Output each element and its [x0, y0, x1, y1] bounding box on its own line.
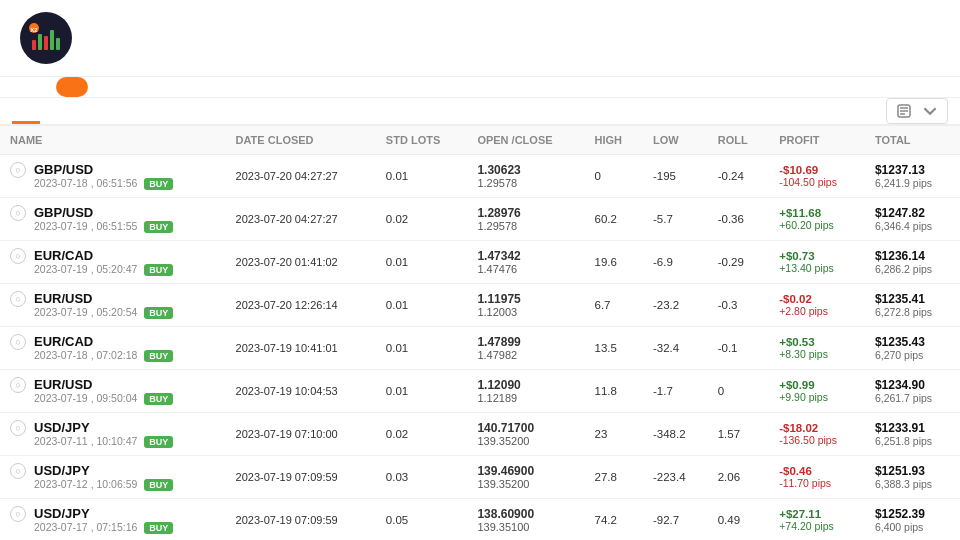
pair-open-date: 2023-07-18 , 07:02:18 BUY: [34, 349, 173, 362]
svg-rect-3: [44, 36, 48, 50]
cell-lots: 0.01: [376, 327, 468, 370]
nav-copiers[interactable]: [128, 77, 160, 97]
cell-profit: +$0.99+9.90 pips: [769, 370, 865, 413]
cell-name: ○ USD/JPY 2023-07-11 , 10:10:47 BUY: [0, 413, 226, 456]
row-expand-icon[interactable]: ○: [10, 162, 26, 178]
row-expand-icon[interactable]: ○: [10, 506, 26, 522]
cell-date-closed: 2023-07-20 04:27:27: [226, 198, 376, 241]
tab-trading-history[interactable]: [12, 101, 40, 124]
cell-date-closed: 2023-07-20 12:26:14: [226, 284, 376, 327]
total-pips: 6,272.8 pips: [875, 306, 932, 318]
profit-pips: +13.40 pips: [779, 262, 834, 274]
cell-name: ○ EUR/USD 2023-07-19 , 09:50:04 BUY: [0, 370, 226, 413]
pair-open-date: 2023-07-19 , 06:51:55 BUY: [34, 220, 173, 233]
col-header-low: LOW: [643, 126, 708, 155]
cell-date-closed: 2023-07-19 07:09:59: [226, 499, 376, 541]
direction-badge: BUY: [144, 307, 173, 319]
row-expand-icon[interactable]: ○: [10, 205, 26, 221]
cell-low: -92.7: [643, 499, 708, 541]
table-header: NameDate ClosedSTD LOTSOPEN /CLOSEHIGHLO…: [0, 126, 960, 155]
cell-open-close: 1.478991.47982: [467, 327, 584, 370]
pair-name: EUR/CAD: [34, 248, 173, 263]
profit-value: -$18.02: [779, 422, 818, 434]
row-expand-icon[interactable]: ○: [10, 377, 26, 393]
cell-roll: -0.36: [708, 198, 769, 241]
currency-pair-selector[interactable]: [886, 98, 948, 124]
cell-profit: +$0.53+8.30 pips: [769, 327, 865, 370]
table-row: ○ EUR/CAD 2023-07-19 , 05:20:47 BUY 2023…: [0, 241, 960, 284]
direction-badge: BUY: [144, 522, 173, 534]
cell-open-close: 1.473421.47476: [467, 241, 584, 284]
col-header-high: HIGH: [585, 126, 643, 155]
cell-lots: 0.01: [376, 284, 468, 327]
cell-low: -195: [643, 155, 708, 198]
profit-pips: +2.80 pips: [779, 305, 828, 317]
cell-profit: +$27.11+74.20 pips: [769, 499, 865, 541]
pair-name: GBP/USD: [34, 162, 173, 177]
cell-high: 74.2: [585, 499, 643, 541]
cell-date-closed: 2023-07-20 01:41:02: [226, 241, 376, 284]
pair-open-date: 2023-07-17 , 07:15:16 BUY: [34, 521, 173, 534]
cell-profit: +$11.68+60.20 pips: [769, 198, 865, 241]
header: X2: [0, 0, 960, 77]
total-pips: 6,400 pips: [875, 521, 923, 533]
row-expand-icon[interactable]: ○: [10, 463, 26, 479]
row-expand-icon[interactable]: ○: [10, 334, 26, 350]
total-pips: 6,251.8 pips: [875, 435, 932, 447]
cell-total: $1251.936,388.3 pips: [865, 456, 960, 499]
cell-lots: 0.05: [376, 499, 468, 541]
direction-badge: BUY: [144, 221, 173, 233]
cell-total: $1234.906,261.7 pips: [865, 370, 960, 413]
cell-lots: 0.01: [376, 370, 468, 413]
direction-badge: BUY: [144, 178, 173, 190]
row-expand-icon[interactable]: ○: [10, 420, 26, 436]
cell-low: -223.4: [643, 456, 708, 499]
cell-total: $1236.146,286.2 pips: [865, 241, 960, 284]
row-expand-icon[interactable]: ○: [10, 248, 26, 264]
cell-low: -6.9: [643, 241, 708, 284]
col-header-std_lots: STD LOTS: [376, 126, 468, 155]
cell-open-close: 138.60900139.35100: [467, 499, 584, 541]
cell-date-closed: 2023-07-19 07:09:59: [226, 456, 376, 499]
col-header-name: Name: [0, 126, 226, 155]
nav-advanced-stats[interactable]: [92, 77, 124, 97]
close-price: 1.12189: [477, 392, 517, 404]
cell-total: $1235.436,270 pips: [865, 327, 960, 370]
nav-portfolio[interactable]: [56, 77, 88, 97]
profit-pips: +74.20 pips: [779, 520, 834, 532]
pair-open-date: 2023-07-12 , 10:06:59 BUY: [34, 478, 173, 491]
total-pips: 6,241.9 pips: [875, 177, 932, 189]
direction-badge: BUY: [144, 479, 173, 491]
logo: X2: [20, 12, 72, 64]
profit-pips: +60.20 pips: [779, 219, 834, 231]
total-value: $1235.41: [875, 292, 925, 306]
cell-roll: 1.57: [708, 413, 769, 456]
cell-low: -32.4: [643, 327, 708, 370]
cell-lots: 0.03: [376, 456, 468, 499]
nav-overview[interactable]: [20, 77, 52, 97]
total-pips: 6,346.4 pips: [875, 220, 932, 232]
tab-open-positions[interactable]: [40, 101, 68, 124]
profit-value: +$0.73: [779, 250, 815, 262]
cell-low: -348.2: [643, 413, 708, 456]
pair-open-date: 2023-07-19 , 05:20:54 BUY: [34, 306, 173, 319]
cell-lots: 0.02: [376, 413, 468, 456]
profit-pips: +8.30 pips: [779, 348, 828, 360]
pair-open-date: 2023-07-11 , 10:10:47 BUY: [34, 435, 173, 448]
direction-badge: BUY: [144, 264, 173, 276]
row-expand-icon[interactable]: ○: [10, 291, 26, 307]
profit-value: +$0.99: [779, 379, 815, 391]
cell-name: ○ USD/JPY 2023-07-17 , 07:15:16 BUY: [0, 499, 226, 541]
col-header-profit: PROFIT: [769, 126, 865, 155]
tabs-bar: [0, 98, 960, 126]
cell-high: 0: [585, 155, 643, 198]
cell-name: ○ EUR/USD 2023-07-19 , 05:20:54 BUY: [0, 284, 226, 327]
cell-low: -5.7: [643, 198, 708, 241]
open-price: 139.46900: [477, 464, 534, 478]
cell-low: -1.7: [643, 370, 708, 413]
col-header-roll: ROLL: [708, 126, 769, 155]
trading-history-table: NameDate ClosedSTD LOTSOPEN /CLOSEHIGHLO…: [0, 126, 960, 540]
profit-value: -$0.02: [779, 293, 812, 305]
table-row: ○ EUR/CAD 2023-07-18 , 07:02:18 BUY 2023…: [0, 327, 960, 370]
svg-rect-4: [50, 30, 54, 50]
